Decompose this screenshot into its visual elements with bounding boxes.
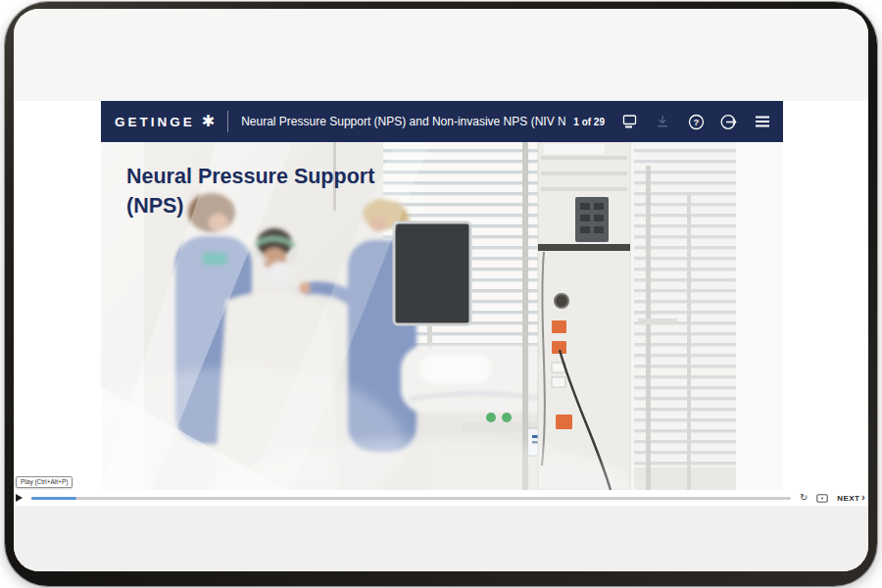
page-indicator: 1 of 29 [573,117,605,127]
tablet-frame: GETINGE ✱ Neural Pressure Support (NPS) … [5,2,877,586]
exit-icon[interactable] [720,113,738,130]
playbar: ↻ NEXT › [16,490,865,506]
course-title: Neural Pressure Support (NPS) and Non-in… [241,115,565,128]
course-player: GETINGE ✱ Neural Pressure Support (NPS) … [101,101,783,490]
next-button-label: NEXT [837,494,859,503]
seekbar[interactable] [31,497,791,500]
next-button[interactable]: NEXT › [837,494,865,503]
getinge-logo: GETINGE ✱ [115,114,215,129]
slide-title: Neural Pressure Support (NPS) [126,162,399,220]
display-icon[interactable] [620,113,638,130]
header-divider [227,111,228,132]
getinge-logo-icon: ✱ [202,114,215,129]
viewport-top-band [14,9,868,101]
slide-area: Neural Pressure Support (NPS) [101,142,783,490]
play-button[interactable] [16,494,23,502]
help-icon[interactable]: ? [687,113,705,130]
seekbar-progress [31,497,76,500]
download-icon[interactable] [654,113,671,130]
replay-icon[interactable]: ↻ [800,493,808,503]
header-icons: ? [620,113,771,130]
fullscreen-icon[interactable] [816,494,828,503]
viewport-bottom-band [14,506,868,571]
slide-title-line-2: (NPS) [126,191,399,220]
svg-text:?: ? [693,117,699,127]
play-tooltip: Play (Ctrl+Alt+P) [16,476,73,488]
tablet-screen: GETINGE ✱ Neural Pressure Support (NPS) … [14,9,868,571]
next-chevron-icon: › [861,494,865,502]
course-header: GETINGE ✱ Neural Pressure Support (NPS) … [101,101,783,142]
getinge-logo-text: GETINGE [115,115,195,129]
slide-title-line-1: Neural Pressure Support [126,162,399,191]
menu-icon[interactable] [754,113,771,130]
